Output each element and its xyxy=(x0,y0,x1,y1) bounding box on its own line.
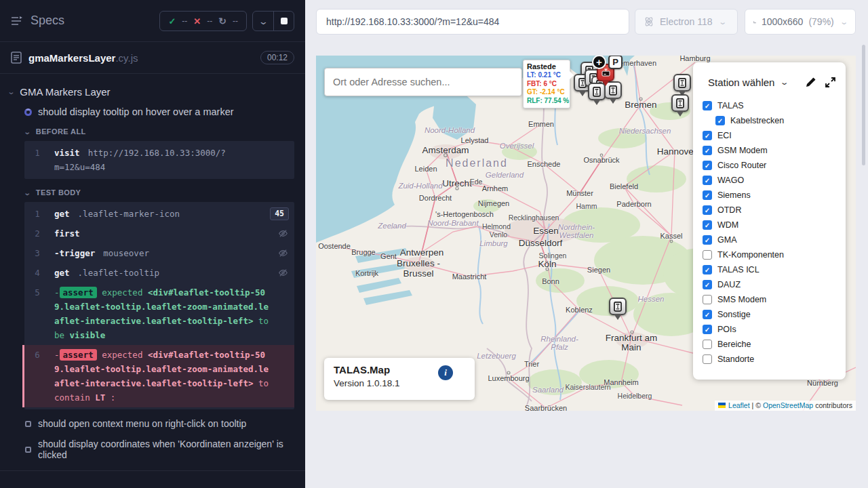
station-marker[interactable] xyxy=(671,94,689,112)
checkbox[interactable]: ✓ xyxy=(703,265,712,274)
checkbox[interactable]: ✓ xyxy=(703,161,712,170)
layer-item-talas-icl[interactable]: ✓TALAS ICL xyxy=(703,265,846,274)
map-label-d-sseldorf: Düsseldorf xyxy=(519,238,563,248)
layer-item-wago[interactable]: ✓WAGO xyxy=(703,176,846,185)
command-row-4[interactable]: 4get.leaflet-tooltip xyxy=(24,263,294,283)
map-label-kortrijk: Kortrijk xyxy=(355,269,378,277)
command-row-5[interactable]: 5-assert expected <div#leaflet-tooltip-5… xyxy=(24,283,294,345)
assert-badge: assert xyxy=(60,349,97,361)
command-message: .leaflet-tooltip xyxy=(78,268,159,278)
active-test-title[interactable]: should display tooltip on hover over a m… xyxy=(0,102,305,122)
pending-test-row[interactable]: should display coordinates when 'Koordin… xyxy=(0,434,305,465)
command-row-1[interactable]: 1get.leaflet-marker-icon45 xyxy=(24,204,294,224)
checkbox[interactable] xyxy=(703,340,712,349)
map-search-input[interactable] xyxy=(324,68,522,96)
leaflet-link[interactable]: Leaflet xyxy=(728,401,750,409)
map-label-saarland: Saarland xyxy=(532,386,564,394)
map-label-gelderland: Gelderland xyxy=(486,171,524,179)
station-select-label[interactable]: Station wählen xyxy=(708,77,774,88)
map-label-noord-brabant: Noord-Brabant xyxy=(427,219,478,227)
command-row-6[interactable]: 6-assert expected <div#leaflet-tooltip-5… xyxy=(22,345,294,407)
expand-icon[interactable] xyxy=(825,77,836,88)
checkbox[interactable] xyxy=(703,295,712,304)
map-label-zuid-holland: Zuid-Holland xyxy=(398,182,442,190)
before-all-commands: 1visithttp://192.168.10.33:3000/?m=12&u=… xyxy=(24,141,294,179)
layer-item-tk-komponenten[interactable]: TK-Komponenten xyxy=(703,250,846,260)
checkbox[interactable]: ✓ xyxy=(703,235,712,245)
command-row-2[interactable]: 2first xyxy=(24,224,294,243)
checkbox[interactable]: ✓ xyxy=(703,220,712,230)
checkbox[interactable] xyxy=(703,354,712,364)
layer-item-wdm[interactable]: ✓WDM xyxy=(703,220,846,230)
checkbox[interactable]: ✓ xyxy=(703,190,712,200)
ukraine-flag-icon xyxy=(718,403,726,408)
command-number: 5 xyxy=(24,285,50,300)
layer-item-standorte[interactable]: Standorte xyxy=(703,354,846,364)
element-count-badge: 45 xyxy=(270,207,289,220)
checkbox[interactable]: ✓ xyxy=(703,205,712,215)
layer-item-gsm-modem[interactable]: ✓GSM Modem xyxy=(703,146,846,155)
layer-item-bereiche[interactable]: Bereiche xyxy=(703,340,846,349)
add-marker-button[interactable]: + xyxy=(592,56,606,69)
pending-test-row[interactable]: should open context menu on right-click … xyxy=(0,413,305,434)
layer-item-eci[interactable]: ✓ECI xyxy=(703,131,846,140)
layer-item-sonstige[interactable]: ✓Sonstige xyxy=(703,310,846,319)
chevron-down-icon: ⌄ xyxy=(840,18,848,26)
marker-tooltip[interactable]: Rastede LT: 0.21 °CFBT: 6 °CGT: -2.14 °C… xyxy=(523,60,570,108)
layer-item-cisco-router[interactable]: ✓Cisco Router xyxy=(703,161,846,170)
url-input[interactable] xyxy=(316,9,629,35)
checkbox[interactable]: ✓ xyxy=(715,116,725,125)
collapse-tests-button[interactable]: ⌄ xyxy=(253,12,273,30)
osm-link[interactable]: OpenStreetMap xyxy=(763,401,813,409)
layer-item-kabelstrecken[interactable]: ✓Kabelstrecken xyxy=(715,116,846,125)
map-label-saarbr-cken: Saarbrücken xyxy=(525,404,567,411)
checkbox[interactable]: ✓ xyxy=(703,176,712,185)
stage-scrollbar[interactable] xyxy=(862,45,865,165)
command-number: 1 xyxy=(24,146,50,160)
layer-item-sms-modem[interactable]: SMS Modem xyxy=(703,295,846,304)
pending-test-icon xyxy=(25,421,31,427)
chevron-down-icon: ⌄ xyxy=(7,87,16,96)
spec-file-row[interactable]: gmaMarkersLayer.cy.js 00:12 xyxy=(0,42,305,74)
test-body-header[interactable]: ⌄ TEST BODY xyxy=(0,183,305,201)
checkbox[interactable] xyxy=(703,250,712,260)
checkbox[interactable]: ✓ xyxy=(703,146,712,155)
layer-item-siemens[interactable]: ✓Siemens xyxy=(703,190,846,200)
map-label-rheinland-: Rheinland- xyxy=(540,335,578,343)
chevron-down-icon[interactable]: ⌄ xyxy=(780,78,789,87)
leaflet-map[interactable]: FryslânNoord-HollandLelystadAmsterdamNed… xyxy=(316,56,856,411)
layer-item-dauz[interactable]: ✓DAUZ xyxy=(703,280,846,289)
layer-item-otdr[interactable]: ✓OTDR xyxy=(703,205,846,215)
pending-icon: ↻ xyxy=(218,16,226,26)
checkbox[interactable]: ✓ xyxy=(703,280,712,289)
layer-item-talas[interactable]: ✓TALAS xyxy=(703,101,846,110)
layer-label: Standorte xyxy=(717,354,754,364)
pending-test-title: should display coordinates when 'Koordin… xyxy=(38,439,305,460)
checkbox[interactable]: ✓ xyxy=(703,131,712,140)
map-about-box: TALAS.Map Version 1.0.18.1 i xyxy=(324,358,475,400)
viewport-size-select[interactable]: 1000x660 (79%) ⌄ xyxy=(745,9,856,35)
command-row-3[interactable]: 3-triggermouseover xyxy=(24,243,294,263)
before-all-header[interactable]: ⌄ BEFORE ALL xyxy=(0,122,305,140)
stop-run-button[interactable] xyxy=(273,12,294,30)
specs-label[interactable]: Specs xyxy=(31,14,64,28)
stop-icon xyxy=(281,18,288,24)
checkbox[interactable]: ✓ xyxy=(703,101,712,110)
layer-item-gma[interactable]: ✓GMA xyxy=(703,235,846,245)
parking-marker[interactable]: P xyxy=(608,56,623,69)
command-message: mouseover xyxy=(103,248,149,258)
suite-title[interactable]: ⌄ GMA Markers Layer xyxy=(0,82,305,102)
map-label-hamburg: Hamburg xyxy=(679,56,710,62)
command-row-1[interactable]: 1visithttp://192.168.10.33:3000/?m=12&u=… xyxy=(24,143,294,177)
station-marker[interactable] xyxy=(609,298,627,315)
layer-item-pois[interactable]: ✓POIs xyxy=(703,325,846,334)
edit-pencil-icon[interactable] xyxy=(805,77,816,88)
command-number: 4 xyxy=(24,266,50,280)
station-marker[interactable] xyxy=(673,74,691,92)
layer-label: OTDR xyxy=(717,205,741,215)
checkbox[interactable]: ✓ xyxy=(703,325,712,334)
specs-menu-icon[interactable] xyxy=(11,16,24,26)
browser-select[interactable]: Electron 118 ⌄ xyxy=(635,9,738,35)
checkbox[interactable]: ✓ xyxy=(703,310,712,319)
info-icon[interactable]: i xyxy=(438,365,453,380)
